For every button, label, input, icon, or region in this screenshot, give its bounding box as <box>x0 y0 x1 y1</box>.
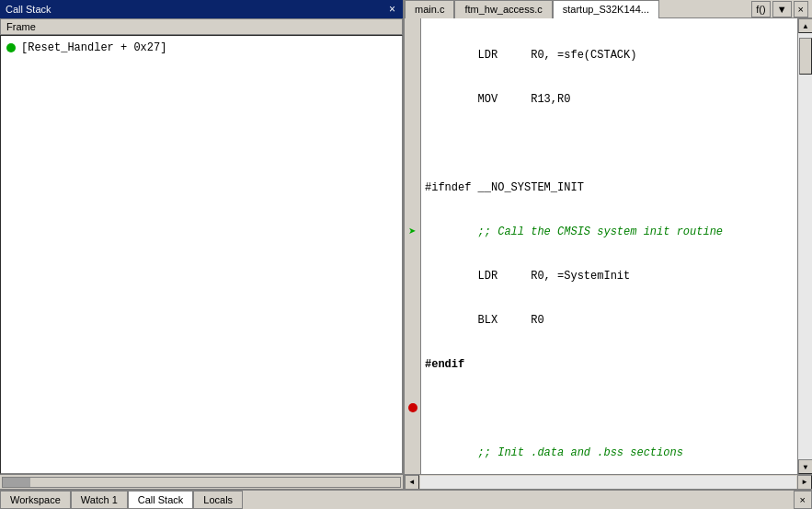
code-line-8: #endif <box>425 357 794 372</box>
code-line-9 <box>425 401 794 416</box>
callstack-titlebar: Call Stack × <box>0 0 403 18</box>
gutter-line-17 <box>405 254 420 269</box>
code-content: LDR R0, =sfe(CSTACK) MOV R13,R0 #ifndef … <box>421 18 797 474</box>
bottom-tabbar: Workspace Watch 1 Call Stack Locals × <box>0 489 812 509</box>
hscroll-left-button[interactable]: ◄ <box>405 475 419 490</box>
gutter-line-21 <box>405 312 420 327</box>
bottom-tab-callstack[interactable]: Call Stack <box>128 491 194 509</box>
code-line-1: LDR R0, =sfe(CSTACK) <box>425 48 794 63</box>
tab-startup[interactable]: startup_S32K144... <box>553 0 659 18</box>
tab-ftm[interactable]: ftm_hw_access.c <box>454 0 552 18</box>
scrollbar-track[interactable] <box>798 33 812 459</box>
callstack-close-button[interactable]: × <box>387 4 397 15</box>
gutter: ➤ <box>405 18 421 474</box>
gutter-line-25 <box>405 371 420 386</box>
gutter-line-10 <box>405 151 420 166</box>
execution-arrow-icon: ➤ <box>408 224 416 239</box>
gutter-line-22 <box>405 327 420 341</box>
code-line-4: #ifndef __NO_SYSTEM_INIT <box>425 180 794 195</box>
gutter-line-14 <box>405 210 420 225</box>
gutter-arrow: ➤ <box>405 225 420 239</box>
code-line-5: ;; Call the CMSIS system init routine <box>425 225 794 239</box>
gutter-line-1 <box>405 18 420 33</box>
bottom-tab-watch1[interactable]: Watch 1 <box>71 491 128 509</box>
gutter-line-26 <box>405 386 420 400</box>
gutter-line-8 <box>405 121 420 136</box>
gutter-line-9 <box>405 136 420 151</box>
gutter-line-29 <box>405 430 420 445</box>
hscroll-right-button[interactable]: ► <box>797 475 812 490</box>
scrollbar-thumb[interactable] <box>799 38 812 75</box>
bottom-close-button[interactable]: × <box>794 491 812 509</box>
gutter-line-13 <box>405 195 420 210</box>
callstack-dot-icon <box>6 43 16 52</box>
editor-close-button[interactable]: × <box>794 1 808 17</box>
right-panel: main.c ftm_hw_access.c startup_S32K144..… <box>405 0 812 489</box>
scroll-down-button[interactable]: ▼ <box>798 459 812 474</box>
frame-header: Frame <box>0 18 403 35</box>
gutter-line-23 <box>405 341 420 356</box>
func-button[interactable]: f() <box>751 1 770 17</box>
hscroll-thumb[interactable] <box>3 478 30 487</box>
gutter-line-28 <box>405 415 420 430</box>
left-hscrollbar[interactable] <box>0 474 403 489</box>
bottom-tab-workspace[interactable]: Workspace <box>0 491 71 509</box>
code-line-10: ;; Init .data and .bss sections <box>425 445 794 460</box>
tab-main-c[interactable]: main.c <box>405 0 454 18</box>
callstack-content: [Reset_Handler + 0x27] <box>0 35 403 474</box>
gutter-line-24 <box>405 356 420 371</box>
hscroll-track[interactable] <box>2 477 401 488</box>
gutter-line-5 <box>405 77 420 92</box>
gutter-line-4 <box>405 63 420 77</box>
right-scrollbar[interactable]: ▲ ▼ <box>797 18 812 474</box>
code-line-2: MOV R13,R0 <box>425 92 794 107</box>
breakpoint-dot-icon <box>408 403 417 412</box>
code-line-7: BLX R0 <box>425 313 794 328</box>
scroll-up-button[interactable]: ▲ <box>798 18 812 33</box>
callstack-item-text: [Reset_Handler + 0x27] <box>21 41 166 54</box>
callstack-item[interactable]: [Reset_Handler + 0x27] <box>5 40 398 56</box>
gutter-line-11 <box>405 166 420 180</box>
editor-area: ➤ <box>405 18 812 474</box>
code-line-6: LDR R0, =SystemInit <box>425 269 794 283</box>
gutter-line-6 <box>405 92 420 107</box>
gutter-line-18 <box>405 269 420 283</box>
gutter-line-16 <box>405 239 420 254</box>
editor-titlebar: main.c ftm_hw_access.c startup_S32K144..… <box>405 0 812 18</box>
gutter-line-20 <box>405 297 420 312</box>
gutter-line-12 <box>405 180 420 195</box>
editor-toolbar-right: f() ▼ × <box>751 1 812 17</box>
gutter-line-3 <box>405 48 420 63</box>
editor-hscroll-track[interactable] <box>420 476 796 489</box>
gutter-line-7 <box>405 107 420 121</box>
pin-button[interactable]: ▼ <box>772 1 792 17</box>
left-panel: Call Stack × Frame [Reset_Handler + 0x27… <box>0 0 405 489</box>
bottom-tab-locals[interactable]: Locals <box>193 491 243 509</box>
code-line-3 <box>425 136 794 151</box>
gutter-line-2 <box>405 33 420 48</box>
callstack-title: Call Stack <box>6 4 51 15</box>
editor-hscroll[interactable]: ◄ ► <box>405 474 812 489</box>
gutter-line-31 <box>405 459 420 474</box>
gutter-dot <box>405 400 420 415</box>
gutter-line-19 <box>405 283 420 297</box>
gutter-line-30 <box>405 445 420 459</box>
